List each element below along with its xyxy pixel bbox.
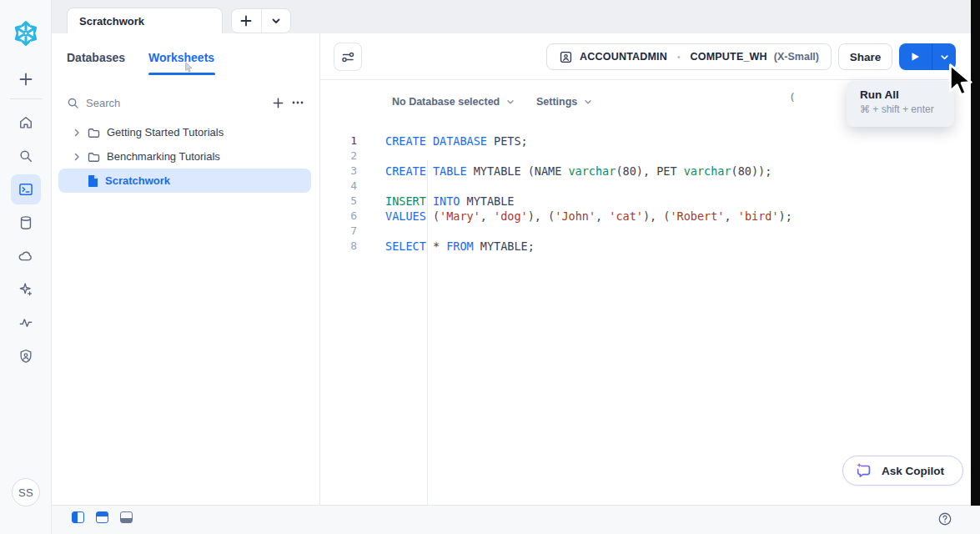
copilot-sparkle-chat-icon (855, 461, 873, 480)
nav-data-products[interactable] (11, 241, 41, 271)
secondary-cursor (182, 61, 195, 74)
help-icon (937, 511, 952, 526)
database-icon (18, 214, 34, 231)
database-selector-label: No Database selected (392, 96, 500, 108)
new-worksheet-button[interactable] (268, 93, 288, 113)
tree-item-label: Getting Started Tutorials (107, 126, 224, 139)
worksheet-search-row: Search (67, 92, 308, 113)
snowsight-app: Scratchwork Databases Worksheets Search (0, 0, 980, 534)
worksheet-tree: Getting Started Tutorials Benchmarking T… (58, 120, 311, 193)
play-icon (911, 52, 920, 62)
chevron-down-icon (270, 15, 282, 27)
line-numbers: 12345678 (320, 134, 357, 254)
nav-worksheets[interactable] (11, 174, 41, 204)
nav-rail: SS (0, 0, 52, 534)
tab-strip: Scratchwork (52, 0, 980, 33)
role-badge-icon (559, 50, 573, 64)
chevron-right-icon[interactable] (72, 128, 82, 138)
help-button[interactable] (936, 510, 954, 528)
share-button-label: Share (850, 51, 882, 63)
chevron-down-icon (939, 52, 950, 63)
nav-data[interactable] (11, 208, 41, 238)
tree-item-label: Benchmarking Tutorials (107, 150, 220, 163)
tree-item-worksheet-selected[interactable]: Scratchwork (58, 169, 311, 193)
user-avatar[interactable]: SS (12, 478, 40, 506)
nav-search[interactable] (11, 141, 41, 171)
warehouse-label: COMPUTE_WH (691, 51, 767, 63)
chevron-right-icon[interactable] (72, 152, 82, 162)
cloud-icon (18, 248, 34, 264)
folder-icon (87, 126, 100, 139)
document-icon (87, 174, 98, 188)
home-icon (18, 114, 34, 131)
code-lines[interactable]: CREATE DATABASE PETS; CREATE TABLE MYTAB… (385, 134, 963, 254)
run-all-tooltip[interactable]: Run All ⌘ + shift + enter (847, 81, 954, 127)
search-icon (67, 97, 79, 109)
toggle-bottom-panel-icon[interactable] (120, 511, 133, 523)
tab-actions-group (231, 8, 291, 33)
tree-item-folder[interactable]: Benchmarking Tutorials (58, 144, 311, 169)
more-options-button[interactable] (288, 93, 308, 113)
partially-hidden-text-fragment: ( (789, 91, 796, 103)
ask-copilot-button[interactable]: Ask Copilot (842, 456, 963, 486)
avatar-initials: SS (18, 486, 33, 499)
tab-list-button[interactable] (261, 9, 291, 33)
ask-copilot-label: Ask Copilot (882, 465, 944, 477)
tab-databases[interactable]: Databases (67, 51, 125, 64)
mouse-cursor (941, 62, 976, 100)
chevron-down-icon (505, 97, 515, 107)
run-button[interactable] (899, 43, 932, 70)
share-button[interactable]: Share (838, 43, 892, 70)
search-icon (18, 148, 34, 164)
header-right-cluster: ACCOUNTADMIN • COMPUTE_WH (X-Small) Shar… (546, 43, 956, 70)
left-panel: Databases Worksheets Search Getting Star… (52, 33, 320, 505)
rail-divider (10, 98, 42, 99)
create-button[interactable] (11, 64, 41, 94)
chevron-down-icon (583, 97, 593, 107)
ai-sparkles-icon (18, 281, 34, 298)
warehouse-size-label: (X-Small) (774, 51, 819, 63)
tree-item-folder[interactable]: Getting Started Tutorials (58, 120, 311, 144)
toggle-left-panel-icon[interactable] (72, 511, 84, 523)
worksheets-icon (18, 181, 34, 198)
folder-icon (87, 150, 100, 164)
search-input[interactable]: Search (86, 97, 268, 109)
context-separator: • (674, 53, 684, 62)
plus-icon (18, 72, 33, 87)
main-card: Databases Worksheets Search Getting Star… (52, 33, 971, 505)
nav-monitoring[interactable] (11, 308, 41, 338)
new-tab-button[interactable] (232, 9, 261, 33)
display-options-button[interactable] (334, 43, 362, 71)
editor-header: ACCOUNTADMIN • COMPUTE_WH (X-Small) Shar… (320, 33, 971, 80)
plus-icon (239, 14, 253, 28)
nav-admin[interactable] (11, 341, 41, 371)
worksheet-tab-scratchwork[interactable]: Scratchwork (67, 8, 223, 34)
admin-shield-icon (18, 348, 34, 365)
role-label: ACCOUNTADMIN (580, 51, 667, 63)
sliders-icon (339, 48, 356, 65)
tree-item-label: Scratchwork (105, 174, 170, 187)
activity-icon (18, 315, 34, 331)
plus-icon (272, 97, 284, 109)
run-all-shortcut: ⌘ + shift + enter (860, 103, 954, 115)
context-selector[interactable]: ACCOUNTADMIN • COMPUTE_WH (X-Small) (546, 43, 832, 70)
ellipsis-icon (291, 96, 304, 109)
settings-dropdown[interactable]: Settings (536, 96, 593, 108)
database-selector[interactable]: No Database selected (392, 96, 515, 108)
bottom-bar (52, 505, 980, 534)
nav-ai-ml[interactable] (11, 275, 41, 305)
nav-home[interactable] (11, 108, 41, 138)
worksheet-tab-label: Scratchwork (79, 15, 144, 28)
settings-label: Settings (536, 96, 577, 108)
toggle-top-panel-icon[interactable] (96, 511, 108, 523)
snowflake-logo[interactable] (11, 18, 41, 48)
